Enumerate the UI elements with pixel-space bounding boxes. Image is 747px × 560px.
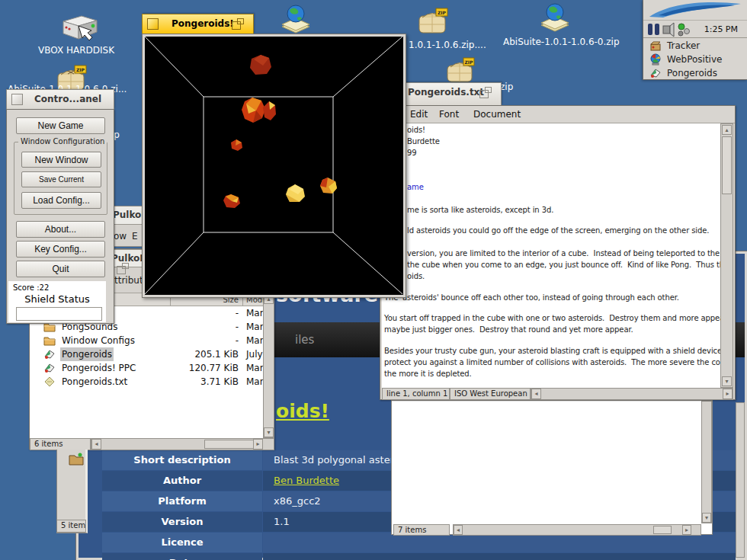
scroll-right-icon[interactable]: ▸	[682, 525, 691, 535]
save-current-button[interactable]: Save Current	[21, 171, 101, 187]
document-icon	[43, 376, 56, 388]
deskbar-tray: 1:25 PM	[643, 20, 747, 38]
status-text: 5 items	[61, 521, 86, 530]
asteroid	[242, 98, 276, 123]
close-icon[interactable]	[11, 94, 23, 105]
vbox-harddisk-icon[interactable]	[56, 11, 98, 46]
asteroid	[286, 184, 305, 202]
status-text: 6 items	[34, 440, 63, 448]
scroll-left-icon[interactable]: ◂	[454, 525, 463, 535]
globe-package-icon	[538, 2, 572, 34]
scroll-left-icon[interactable]: ◂	[91, 439, 101, 450]
deskbar-item-webpositive[interactable]: WebPositive	[643, 53, 747, 66]
nav-files-link[interactable]: iles	[295, 333, 314, 347]
asteroid	[320, 178, 337, 194]
control-panel-tab[interactable]: Contro...anel	[6, 89, 114, 109]
clock[interactable]: 1:25 PM	[704, 24, 738, 34]
menu-fragment[interactable]: ow	[114, 231, 127, 242]
scrollbar-thumb[interactable]	[653, 526, 672, 534]
file-modified: Mar	[246, 376, 263, 387]
globe-package-icon-1[interactable]	[279, 3, 313, 35]
scrollbar-thumb[interactable]	[204, 440, 259, 449]
menu-font[interactable]: Font	[439, 109, 459, 120]
haiku-leaf-logo[interactable]	[643, 0, 746, 19]
table-row-selected[interactable]: Pongeroids 205.1 KiB July	[30, 347, 263, 361]
scroll-up-icon[interactable]: ▴	[722, 125, 732, 135]
new-window-button[interactable]: New Window	[21, 152, 101, 168]
key-config-button[interactable]: Key Config...	[16, 241, 105, 258]
asteroid	[231, 139, 242, 151]
quit-button[interactable]: Quit	[16, 261, 105, 277]
text-line: 99	[407, 149, 417, 157]
load-config-button[interactable]: Load Config...	[21, 192, 101, 209]
tray-icons[interactable]	[648, 22, 694, 37]
new-game-button[interactable]: New Game	[16, 117, 105, 134]
zoom-icon[interactable]	[232, 18, 247, 30]
scroll-down-icon[interactable]: ▾	[722, 376, 732, 386]
vertical-scrollbar[interactable]: ▴ ▾	[263, 293, 274, 438]
file-size: -	[141, 335, 239, 346]
window-tab[interactable]: PulkoM	[111, 206, 142, 225]
svg-text:ZIP: ZIP	[76, 67, 85, 72]
svg-text:ZIP: ZIP	[438, 10, 447, 15]
horizontal-scrollbar[interactable]: ◂ ▸	[531, 388, 733, 400]
zoom-icon[interactable]	[117, 263, 132, 275]
wireframe-cube-and-asteroids	[145, 37, 403, 295]
file-size: -	[141, 322, 239, 332]
horizontal-scrollbar[interactable]: ◂ ▸	[91, 438, 274, 450]
table-row[interactable]: Window Configs - Mar	[30, 334, 263, 347]
editor-window-tab[interactable]: Pongeroids.txt	[395, 82, 502, 105]
window-configuration-group: Window Configuration New Window Save Cur…	[14, 142, 107, 215]
text-line: oids.	[407, 272, 425, 280]
package-icon-2[interactable]: ZIP	[416, 6, 450, 35]
menu-fragment[interactable]: E	[132, 231, 138, 242]
svg-text:ZIP: ZIP	[465, 59, 474, 65]
scroll-down-icon[interactable]: ▾	[264, 427, 274, 437]
tab-title: Pongeroids!	[172, 18, 234, 29]
file-name: Pongeroids.txt	[62, 376, 127, 387]
scroll-down-icon[interactable]: ▾	[702, 513, 711, 523]
text-line: You start off trapped in the cube with o…	[384, 314, 720, 322]
globe-2-label: AbiSuite-1.0.1-1.0.6-0.zip	[503, 37, 620, 47]
background-window-fragment: PulkoM ow E	[111, 206, 143, 247]
status-caret-position: line 1, column 1	[382, 388, 450, 400]
status-encoding[interactable]: ISO West European	[450, 388, 531, 400]
scroll-right-icon[interactable]: ▸	[253, 439, 263, 450]
scroll-left-icon[interactable]: ◂	[531, 389, 541, 399]
file-modified: Mar	[246, 335, 263, 346]
zip-package-icon: ZIP	[416, 6, 450, 35]
text-line: Burdette	[407, 137, 440, 146]
deskbar-item-pongeroids[interactable]: Pongeroids	[643, 66, 747, 80]
menu-edit[interactable]: Edit	[410, 109, 428, 120]
about-button[interactable]: About...	[16, 221, 105, 238]
status-text: 7 items	[398, 526, 426, 534]
globe-package-icon	[279, 3, 313, 35]
close-icon[interactable]	[147, 18, 159, 30]
tracker-icon	[649, 40, 662, 52]
table-row[interactable]: Pongeroids! PPC 120.77 KiB Mar	[30, 361, 263, 375]
globe-package-icon-2[interactable]	[538, 2, 572, 34]
vertical-scrollbar[interactable]: ▴ ▾	[720, 123, 733, 388]
score-label: Score :22	[13, 283, 49, 292]
text-line: maybe just bigger ones. Destroy that rou…	[384, 325, 633, 334]
webpage-app-title-link[interactable]: oids!	[276, 400, 329, 422]
package-icon-3[interactable]: ZIP	[445, 56, 476, 84]
game-canvas[interactable]	[145, 37, 403, 295]
scrollbar-thumb[interactable]	[722, 136, 732, 194]
web-vertical-scrollbar[interactable]	[736, 402, 745, 558]
game-window-tab[interactable]: Pongeroids!	[142, 14, 254, 34]
table-row[interactable]: Pongeroids.txt 3.71 KiB Mar	[30, 375, 263, 389]
deskbar-item-tracker[interactable]: Tracker	[643, 39, 747, 53]
zoom-icon[interactable]	[479, 87, 495, 99]
menu-document[interactable]: Document	[473, 109, 521, 120]
shield-status-label: Shield Status	[8, 293, 106, 305]
horizontal-scrollbar[interactable]: ◂ ▸	[453, 524, 701, 536]
file-list: - Mar PongSounds - Mar Window Configs - …	[30, 306, 263, 438]
scroll-right-icon[interactable]: ▸	[723, 389, 733, 399]
row-label: Author	[102, 471, 262, 491]
webpositive-icon	[649, 53, 662, 66]
vertical-scrollbar[interactable]: ▾	[701, 401, 712, 523]
status-text: line 1, column 1	[386, 389, 447, 398]
editor-text-area[interactable]: oids! Burdette 99 ame me is sorta like a…	[382, 123, 720, 388]
app-icon	[43, 348, 56, 360]
